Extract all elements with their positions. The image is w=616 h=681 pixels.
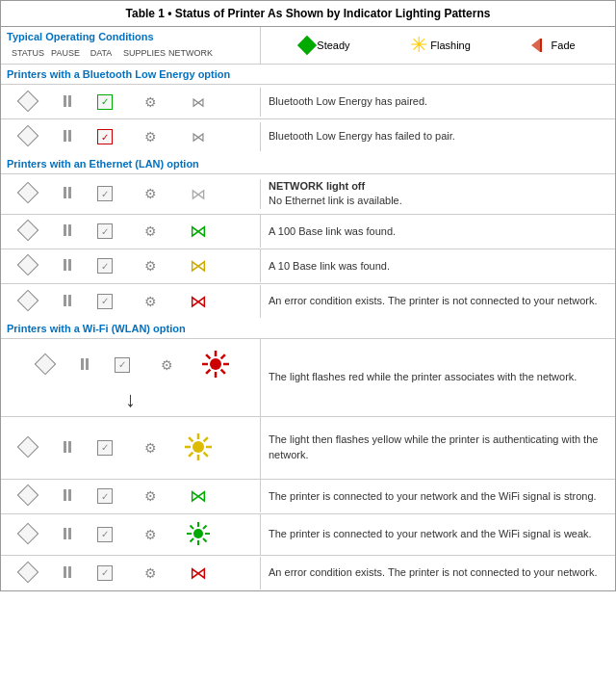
supplies-icon: ⚙ <box>128 94 172 110</box>
supplies-icon: ⚙ <box>128 440 172 456</box>
supplies-icon: ⚙ <box>128 527 172 542</box>
network-icon-red: ⋈ <box>176 291 220 312</box>
pause-icon <box>53 489 82 503</box>
icon-cell: ✓ ⚙ ⋈ <box>1 215 261 248</box>
pause-icon <box>53 224 82 238</box>
pause-icon <box>70 358 99 372</box>
svg-line-24 <box>191 525 194 529</box>
icon-cell: ✓ ⚙ <box>1 417 261 479</box>
arrow-down-icon: ↓ <box>125 389 136 410</box>
svg-line-16 <box>204 452 208 456</box>
status-icon <box>24 356 66 374</box>
table-row: ✓ ⚙ <box>1 417 615 480</box>
table-row: ✓ ⚙ ⋈ Bluetooth Low Energy has failed to… <box>1 119 615 154</box>
section-bluetooth: Printers with a Bluetooth Low Energy opt… <box>1 65 615 154</box>
table-row: ✓ ⚙ ⋈ Bluetooth Low Energy has paired. <box>1 85 615 119</box>
status-icon <box>7 564 49 582</box>
desc-header: NETWORK light off <box>269 179 607 194</box>
network-icon-red-burst <box>193 349 238 381</box>
data-icon: ✓ <box>103 357 141 373</box>
pause-icon <box>53 95 82 109</box>
legend-fade: Fade <box>531 39 576 52</box>
col-header-network: NETWORK <box>168 48 213 58</box>
pause-icon <box>53 259 82 273</box>
icon-cell: ✓ ⚙ ⋈ <box>1 122 261 151</box>
description: NETWORK light off No Ethernet link is av… <box>261 174 615 214</box>
supplies-icon: ⚙ <box>128 565 172 581</box>
description: A 100 Base link was found. <box>261 220 615 244</box>
svg-point-10 <box>210 358 221 370</box>
data-icon: ✓ <box>86 129 124 144</box>
data-icon: ✓ <box>86 294 124 309</box>
svg-line-18 <box>189 452 192 456</box>
data-icon: ✓ <box>86 186 124 201</box>
svg-line-27 <box>191 538 194 542</box>
supplies-icon: ⚙ <box>128 186 172 201</box>
network-icon-yellow: ⋈ <box>176 255 220 276</box>
section-wifi: Printers with a Wi-Fi (WLAN) option ✓ ⚙ <box>1 319 615 590</box>
legend-steady: Steady <box>300 39 349 52</box>
icon-cell: ✓ ⚙ <box>1 339 261 416</box>
icon-cell: ✓ ⚙ ⋈ <box>1 88 261 117</box>
table-title: Table 1 • Status of Printer As Shown by … <box>1 1 615 27</box>
data-icon: ✓ <box>86 223 124 239</box>
svg-point-28 <box>193 529 203 538</box>
icon-cell: ✓ ⚙ ⋈ <box>1 285 261 318</box>
pause-icon <box>53 441 82 455</box>
table-row: ✓ ⚙ ⋈ The printer is connected to your n… <box>1 480 615 514</box>
supplies-icon: ⚙ <box>128 488 172 504</box>
svg-line-25 <box>203 538 207 542</box>
pause-icon <box>53 566 82 580</box>
supplies-icon: ⚙ <box>128 294 172 309</box>
data-icon: ✓ <box>86 440 124 456</box>
data-icon: ✓ <box>86 258 124 274</box>
icon-cell: ✓ ⚙ <box>1 514 261 555</box>
status-icon <box>7 93 49 111</box>
description: The printer is connected to your network… <box>261 485 615 509</box>
flashing-label: Flashing <box>430 39 471 51</box>
network-icon: ⋈ <box>176 129 220 144</box>
status-icon <box>7 439 49 457</box>
description: The light flashes red while the printer … <box>261 365 615 389</box>
description: The printer is connected to your network… <box>261 522 615 546</box>
steady-icon <box>297 36 317 55</box>
steady-label: Steady <box>317 39 349 51</box>
status-icon <box>7 185 49 202</box>
description: Bluetooth Low Energy has failed to pair. <box>261 124 615 148</box>
table-row: ✓ ⚙ <box>1 514 615 556</box>
main-table: Table 1 • Status of Printer As Shown by … <box>0 0 616 591</box>
network-icon-green-solid: ⋈ <box>176 485 220 507</box>
data-icon: ✓ <box>86 94 124 110</box>
col-header-pause: PAUSE <box>51 48 80 58</box>
status-icon <box>7 487 49 505</box>
svg-line-7 <box>220 369 224 373</box>
supplies-icon: ⚙ <box>145 357 190 373</box>
pause-icon <box>53 528 82 541</box>
icon-cell: ✓ ⚙ ⋈ <box>1 179 261 209</box>
table-row: ✓ ⚙ ⋈ NETWORK light off No Ethernet link… <box>1 174 615 215</box>
status-icon <box>7 257 49 275</box>
section-header-typical: Typical Operating Conditions <box>7 31 254 42</box>
section-ethernet: Printers with an Ethernet (LAN) option ✓… <box>1 154 615 319</box>
table-row: ✓ ⚙ ⋈ A 100 Base link was found. <box>1 215 615 249</box>
network-icon-green-burst <box>176 520 220 549</box>
data-icon: ✓ <box>86 488 124 504</box>
pause-icon <box>53 187 82 200</box>
data-icon: ✓ <box>86 565 124 581</box>
supplies-icon: ⚙ <box>128 129 172 144</box>
pause-icon <box>53 295 82 308</box>
col-header-supplies: SUPPLIES <box>122 48 167 58</box>
col-header-data: DATA <box>82 48 120 58</box>
network-icon-yellow-burst <box>176 432 220 464</box>
description: An error condition exists. The printer i… <box>261 561 615 585</box>
flashing-icon: ✳ <box>410 33 427 58</box>
legend-flashing: ✳ Flashing <box>410 33 471 58</box>
section-header-ethernet: Printers with an Ethernet (LAN) option <box>1 154 615 174</box>
fade-label: Fade <box>552 39 576 51</box>
icon-cell: ✓ ⚙ ⋈ <box>1 480 261 512</box>
network-icon: ⋈ <box>176 185 220 203</box>
svg-line-15 <box>189 437 192 441</box>
col-header-status: STATUS <box>7 48 49 58</box>
svg-line-17 <box>204 437 208 441</box>
svg-line-6 <box>206 354 210 358</box>
